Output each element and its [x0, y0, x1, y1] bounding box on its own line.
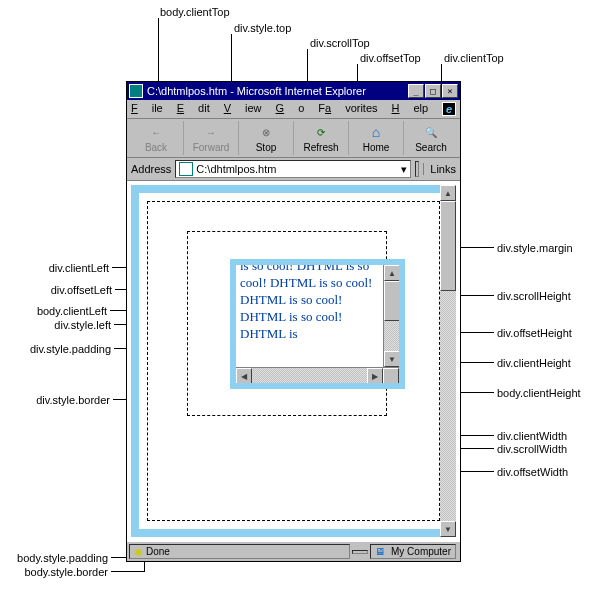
div-horizontal-scrollbar[interactable]: ◀ ▶ [236, 367, 399, 383]
label-div-clientWidth: div.clientWidth [497, 430, 567, 442]
address-label: Address [131, 163, 171, 175]
forward-button[interactable]: → Forward [184, 121, 239, 155]
label-div-scrollHeight: div.scrollHeight [497, 290, 571, 302]
ie-logo-icon: e [442, 102, 456, 116]
scroll-corner [383, 368, 399, 383]
label-div-style-margin: div.style.margin [497, 242, 573, 254]
refresh-icon: ⟳ [294, 123, 348, 141]
label-div-clientLeft: div.clientLeft [29, 262, 109, 274]
status-pane [352, 550, 368, 554]
status-message: ◉ Done [129, 544, 350, 559]
label-div-offsetHeight: div.offsetHeight [497, 327, 572, 339]
addressbar: Address C:\dhtmlpos.htm ▾ Links [127, 158, 460, 181]
menu-edit[interactable]: Edit [177, 102, 210, 116]
search-button[interactable]: 🔍 Search [404, 121, 458, 155]
scroll-up-icon[interactable]: ▲ [384, 265, 399, 281]
label-div-offsetWidth: div.offsetWidth [497, 466, 568, 478]
home-button[interactable]: ⌂ Home [349, 121, 404, 155]
scroll-left-icon[interactable]: ◀ [236, 368, 252, 383]
forward-arrow-icon: → [184, 123, 238, 141]
stop-icon: ⊗ [239, 123, 293, 141]
label-div-style-padding: div.style.padding [11, 343, 111, 355]
leader [111, 571, 144, 572]
window-icon [129, 84, 143, 98]
label-div-scrollTop: div.scrollTop [310, 37, 370, 49]
back-button[interactable]: ← Back [129, 121, 184, 155]
label-div-clientHeight: div.clientHeight [497, 357, 571, 369]
body-vertical-scrollbar[interactable]: ▲ ▼ [440, 185, 456, 537]
titlebar[interactable]: C:\dhtmlpos.htm - Microsoft Internet Exp… [127, 82, 460, 100]
back-arrow-icon: ← [129, 123, 183, 141]
menu-favorites[interactable]: Favorites [318, 102, 377, 116]
minimize-button[interactable]: _ [408, 84, 424, 98]
menubar: File Edit View Go Favorites Help e [127, 100, 460, 119]
label-div-offsetLeft: div.offsetLeft [32, 284, 112, 296]
div-text-content: is so cool! DHTML is so cool! DHTML is s… [240, 265, 381, 342]
search-icon: 🔍 [404, 123, 458, 141]
menu-go[interactable]: Go [276, 102, 305, 116]
label-div-offsetTop: div.offsetTop [360, 52, 421, 64]
label-body-style-border: body.style.border [0, 566, 108, 578]
label-div-style-border: div.style.border [20, 394, 110, 406]
dropdown-icon[interactable]: ▾ [401, 163, 407, 176]
document-body: is so cool! DHTML is so cool! DHTML is s… [127, 181, 460, 541]
menu-file[interactable]: File [131, 102, 163, 116]
statusbar: ◉ Done 🖥 My Computer [127, 541, 460, 561]
window-title: C:\dhtmlpos.htm - Microsoft Internet Exp… [147, 85, 366, 97]
label-div-scrollWidth: div.scrollWidth [497, 443, 567, 455]
scroll-thumb[interactable] [440, 201, 456, 291]
computer-icon: 🖥 [375, 546, 385, 557]
close-button[interactable]: × [442, 84, 458, 98]
label-div-style-left: div.style.left [41, 319, 111, 331]
label-body-style-padding: body.style.padding [0, 552, 108, 564]
scroll-right-icon[interactable]: ▶ [367, 368, 383, 383]
scroll-down-icon[interactable]: ▼ [384, 351, 399, 367]
address-value: C:\dhtmlpos.htm [196, 163, 276, 175]
div-inner: is so cool! DHTML is so cool! DHTML is s… [236, 265, 399, 383]
scroll-down-icon[interactable]: ▼ [440, 521, 456, 537]
status-zone: 🖥 My Computer [370, 544, 456, 559]
done-icon: ◉ [134, 546, 143, 557]
label-body-clientLeft: body.clientLeft [17, 305, 107, 317]
maximize-button[interactable]: □ [425, 84, 441, 98]
page-icon [179, 162, 193, 176]
label-div-clientTop: div.clientTop [444, 52, 504, 64]
links-button[interactable]: Links [423, 163, 456, 175]
stop-button[interactable]: ⊗ Stop [239, 121, 294, 155]
menu-help[interactable]: Help [392, 102, 429, 116]
separator [415, 161, 419, 177]
address-input[interactable]: C:\dhtmlpos.htm ▾ [175, 160, 411, 178]
label-body-clientTop: body.clientTop [160, 6, 230, 18]
scroll-up-icon[interactable]: ▲ [440, 185, 456, 201]
div-vertical-scrollbar[interactable]: ▲ ▼ [383, 265, 399, 367]
scroll-thumb[interactable] [384, 281, 399, 321]
home-icon: ⌂ [349, 123, 403, 141]
refresh-button[interactable]: ⟳ Refresh [294, 121, 349, 155]
menu-view[interactable]: View [224, 102, 262, 116]
label-div-style-top: div.style.top [234, 22, 291, 34]
browser-window: C:\dhtmlpos.htm - Microsoft Internet Exp… [126, 81, 461, 562]
label-body-clientHeight: body.clientHeight [497, 387, 581, 399]
toolbar: ← Back → Forward ⊗ Stop ⟳ Refresh ⌂ Home… [127, 119, 460, 158]
demo-div: is so cool! DHTML is so cool! DHTML is s… [230, 259, 405, 389]
